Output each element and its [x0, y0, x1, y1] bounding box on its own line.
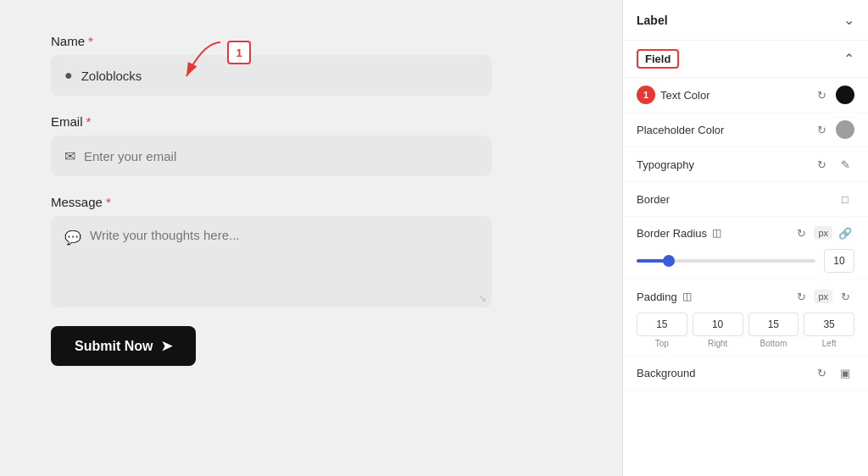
text-color-label-group: 1 Text Color [637, 86, 710, 104]
typography-label: Typography [637, 158, 694, 171]
label-chevron-icon[interactable]: ⌄ [843, 12, 854, 28]
padding-bottom-value[interactable]: 15 [748, 313, 799, 336]
email-input-wrapper[interactable]: ✉ [51, 136, 492, 176]
typography-row: Typography ↻ ✎ [623, 147, 868, 182]
padding-right-value[interactable]: 10 [693, 313, 743, 336]
padding-unit[interactable]: px [814, 290, 832, 303]
email-label: Email * [51, 114, 571, 129]
email-icon: ✉ [64, 148, 75, 164]
send-icon: ➤ [161, 338, 172, 354]
padding-right-label: Right [708, 339, 727, 348]
message-form-group: Message * 💬 ↘ [51, 195, 571, 307]
placeholder-color-swatch[interactable] [836, 120, 854, 139]
resize-handle-icon[interactable]: ↘ [478, 292, 487, 304]
typography-controls: ↻ ✎ [812, 155, 854, 174]
border-radius-header: Border Radius ◫ ↻ px 🔗 [637, 224, 854, 242]
right-panel: Label ⌄ Field ⌃ 1 Text Color ↻ Placehold… [622, 0, 868, 476]
text-color-controls: ↻ [812, 86, 854, 104]
padding-label: Padding [637, 291, 677, 303]
border-icon[interactable]: □ [836, 190, 854, 208]
user-icon: ● [64, 68, 73, 83]
border-radius-controls: ↻ px 🔗 [792, 224, 854, 242]
padding-left-label: Left [822, 339, 837, 348]
placeholder-color-row: Placeholder Color ↻ [623, 113, 868, 147]
border-label: Border [637, 193, 670, 206]
border-radius-slider-thumb[interactable] [663, 255, 675, 267]
email-form-group: Email * ✉ [51, 114, 571, 176]
name-input-wrapper[interactable]: ● Zoloblocks [51, 55, 492, 96]
padding-right-cell: 10 Right [693, 313, 743, 348]
reset-padding-icon[interactable]: ↻ [792, 287, 810, 306]
message-required: * [106, 195, 111, 209]
padding-section: Padding ◫ ↻ px ↻ 15 Top 10 Right 15 Bott… [623, 280, 868, 356]
padding-top-label: Top [655, 339, 669, 348]
padding-header: Padding ◫ ↻ px ↻ [637, 287, 854, 306]
name-label: Name * [51, 34, 571, 48]
label-section-header[interactable]: Label ⌄ [623, 0, 868, 41]
field-label-box: Field [637, 49, 679, 69]
field-section-header[interactable]: Field ⌃ [623, 41, 868, 78]
message-textarea[interactable] [90, 228, 478, 296]
reset-background-icon[interactable]: ↻ [812, 363, 831, 382]
padding-left-value[interactable]: 35 [804, 313, 854, 336]
padding-monitor-icon: ◫ [682, 291, 692, 302]
placeholder-color-label: Placeholder Color [637, 124, 724, 136]
padding-grid: 15 Top 10 Right 15 Bottom 35 Left [637, 313, 854, 348]
placeholder-color-controls: ↻ [812, 120, 854, 139]
border-radius-unit[interactable]: px [814, 226, 832, 240]
label-section-title: Label [637, 14, 668, 27]
submit-button[interactable]: Submit Now ➤ [51, 326, 196, 366]
padding-bottom-cell: 15 Bottom [748, 313, 799, 348]
padding-left-cell: 35 Left [804, 313, 854, 348]
text-color-row: 1 Text Color ↻ [623, 78, 868, 113]
background-label: Background [637, 367, 695, 379]
name-value: Zoloblocks [81, 69, 142, 83]
padding-top-value[interactable]: 15 [637, 313, 687, 336]
name-form-group: Name * ● Zoloblocks [51, 34, 571, 96]
reset-placeholder-icon[interactable]: ↻ [812, 120, 831, 139]
reset-text-color-icon[interactable]: ↻ [812, 86, 831, 104]
border-radius-value[interactable]: 10 [824, 249, 854, 273]
text-color-swatch[interactable] [836, 86, 854, 104]
link-padding-icon[interactable]: ↻ [836, 287, 854, 306]
padding-controls: ↻ px ↻ [792, 287, 854, 306]
link-border-radius-icon[interactable]: 🔗 [836, 224, 854, 242]
border-radius-slider-track[interactable] [637, 259, 815, 263]
form-panel: 1 Name * ● Zoloblocks Email * ✉ [0, 0, 622, 476]
border-radius-label-group: Border Radius ◫ [637, 227, 721, 240]
padding-top-cell: 15 Top [637, 313, 687, 348]
message-icon: 💬 [64, 230, 81, 246]
field-chevron-icon[interactable]: ⌃ [843, 51, 854, 67]
text-color-badge: 1 [637, 86, 655, 104]
reset-typography-icon[interactable]: ↻ [812, 155, 831, 174]
background-row: Background ↻ ▣ [623, 356, 868, 390]
edit-typography-icon[interactable]: ✎ [836, 155, 854, 174]
email-required: * [86, 114, 92, 129]
reset-border-radius-icon[interactable]: ↻ [792, 224, 810, 242]
border-controls: □ [836, 190, 854, 208]
annotation-badge: 1 [227, 41, 251, 64]
message-textarea-wrapper[interactable]: 💬 ↘ [51, 216, 492, 307]
copy-background-icon[interactable]: ▣ [836, 363, 854, 382]
monitor-icon: ◫ [712, 227, 721, 239]
padding-label-group: Padding ◫ [637, 291, 692, 303]
padding-bottom-label: Bottom [760, 339, 787, 348]
background-controls: ↻ ▣ [812, 363, 854, 382]
border-radius-label: Border Radius [637, 227, 707, 240]
border-row: Border □ [623, 182, 868, 217]
border-radius-slider-container: 10 [637, 249, 854, 273]
email-input[interactable] [84, 149, 478, 163]
name-required: * [88, 34, 93, 48]
submit-label: Submit Now [75, 339, 153, 354]
text-color-label: Text Color [660, 89, 710, 102]
message-label: Message * [51, 195, 571, 209]
border-radius-section: Border Radius ◫ ↻ px 🔗 10 [623, 217, 868, 280]
